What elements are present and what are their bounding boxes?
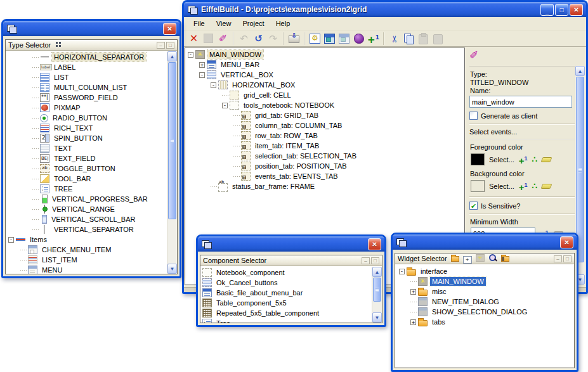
- expand-toggle[interactable]: -: [199, 72, 205, 78]
- tree-row[interactable]: Table_component_5x5: [202, 298, 382, 308]
- magnifier-icon[interactable]: [488, 254, 497, 262]
- tree-row[interactable]: MENU: [7, 265, 177, 274]
- main-title-bar[interactable]: EiffelBuild - D:\projects\examples\visio…: [184, 2, 586, 17]
- select-events-link[interactable]: Select events...: [469, 128, 575, 136]
- type-selector-scrollbar[interactable]: ▲ ▼: [167, 51, 177, 274]
- tree-row[interactable]: SPIN_BUTTON: [7, 133, 177, 143]
- tree-row[interactable]: RICH_TEXT: [7, 123, 177, 133]
- component-selector-caption[interactable]: Component Selector – □: [200, 255, 382, 266]
- tree-row[interactable]: VERTICAL_PROGRESS_BAR: [7, 194, 177, 204]
- tree-row[interactable]: grid_cell: CELL: [186, 90, 464, 100]
- copy-button[interactable]: [402, 32, 416, 46]
- tree-row[interactable]: -tools_notebook: NOTEBOOK: [186, 100, 464, 110]
- background-select-button[interactable]: Select...: [489, 183, 514, 190]
- panel-minimize-button[interactable]: –: [157, 42, 165, 49]
- tree-row[interactable]: MULTI_COLUMN_LIST: [7, 82, 177, 93]
- winblue-button[interactable]: [322, 32, 337, 46]
- tree-row[interactable]: -MAIN_WINDOW: [186, 49, 464, 60]
- tree-row[interactable]: +misc: [396, 286, 574, 297]
- plusone-button[interactable]: +1: [366, 32, 381, 46]
- panel-maximize-button[interactable]: □: [563, 255, 572, 262]
- gearwin-button[interactable]: [308, 32, 322, 46]
- tree-row[interactable]: Repeated_5x5_table_component: [202, 308, 382, 318]
- tree-row[interactable]: row_tab: ROW_TAB: [186, 131, 464, 141]
- tree-row[interactable]: Ok_Cancel_buttons: [202, 278, 382, 288]
- scroll-thumb[interactable]: [373, 278, 381, 302]
- tree-row[interactable]: SHOW_SELECTION_DIALOG: [396, 307, 574, 317]
- maximize-button[interactable]: □: [555, 4, 568, 16]
- panel-minimize-button[interactable]: –: [554, 255, 562, 262]
- tree-row[interactable]: -interface: [396, 266, 574, 276]
- scroll-up-arrow[interactable]: ▲: [575, 66, 585, 76]
- panel-minimize-button[interactable]: –: [362, 257, 370, 264]
- tree-row[interactable]: events_tab: EVENTS_TAB: [186, 171, 464, 181]
- tree-row[interactable]: PASSWORD_FIELD: [7, 93, 177, 103]
- expand-toggle[interactable]: -: [211, 82, 216, 88]
- foreground-color-swatch[interactable]: [471, 153, 485, 165]
- component-scrollbar[interactable]: ▲ ▼: [372, 267, 382, 323]
- tree-row[interactable]: RADIO_BUTTON: [7, 113, 177, 123]
- delete-button[interactable]: ✕: [186, 32, 201, 46]
- expand-toggle[interactable]: -: [188, 52, 193, 58]
- tree-row[interactable]: position_tab: POSITION_TAB: [186, 161, 464, 171]
- export-button[interactable]: [287, 32, 301, 46]
- grid4-icon[interactable]: [55, 41, 63, 48]
- tree-row[interactable]: status_bar_frame: FRAME: [186, 181, 464, 191]
- tree-row[interactable]: Notebook_component: [202, 267, 382, 278]
- expand-toggle[interactable]: -: [8, 237, 14, 243]
- eraser-icon[interactable]: [540, 184, 552, 189]
- tree-row[interactable]: -Items: [7, 234, 177, 245]
- tree-row[interactable]: TEXT: [7, 143, 177, 153]
- tree-row[interactable]: selection_tab: SELECTION_TAB: [186, 151, 464, 161]
- tree-row[interactable]: -HORIZONTAL_BOX: [186, 80, 464, 90]
- minimize-button[interactable]: _: [540, 4, 554, 16]
- tree-row[interactable]: VERTICAL_RANGE: [7, 204, 177, 214]
- refresh-button[interactable]: ↺: [251, 32, 266, 46]
- expand-toggle[interactable]: +: [199, 62, 205, 68]
- tree-row[interactable]: LABEL: [7, 62, 177, 72]
- tree-row[interactable]: TREE: [7, 184, 177, 194]
- tree-row[interactable]: TOOL_BAR: [7, 174, 177, 184]
- expand-toggle[interactable]: +: [410, 319, 416, 325]
- folderout-icon[interactable]: [501, 256, 509, 262]
- name-input[interactable]: [469, 96, 572, 108]
- scroll-down-arrow[interactable]: ▼: [372, 312, 382, 323]
- star-icon[interactable]: [476, 254, 485, 262]
- menu-item-view[interactable]: View: [211, 18, 237, 29]
- panel-maximize-button[interactable]: □: [166, 42, 174, 49]
- tree-row[interactable]: LIST: [7, 72, 177, 82]
- tree-row[interactable]: VERTICAL_SCROLL_BAR: [7, 214, 177, 224]
- plus-one-icon[interactable]: +1: [519, 155, 528, 165]
- type-selector-caption[interactable]: Type Selector – □: [6, 40, 177, 51]
- widget-selector-title-bar[interactable]: ✕: [393, 234, 577, 250]
- share-nodes-icon[interactable]: ∴: [532, 181, 537, 191]
- expand-toggle[interactable]: -: [222, 103, 228, 108]
- is-sensitive-checkbox[interactable]: [469, 202, 478, 210]
- boxplus-icon[interactable]: [463, 256, 472, 264]
- tree-row[interactable]: CHECK_MENU_ITEM: [7, 245, 177, 255]
- tree-row[interactable]: TOGGLE_BUTTON: [7, 164, 177, 174]
- scroll-down-arrow[interactable]: ▼: [167, 264, 177, 274]
- tree-row[interactable]: item_tab: ITEM_TAB: [186, 141, 464, 151]
- widget-selector-caption[interactable]: Widget Selector – □: [395, 253, 574, 264]
- tree-row[interactable]: HORIZONTAL_SEPARATOR: [7, 52, 177, 62]
- menu-item-project[interactable]: Project: [237, 18, 270, 29]
- foreground-select-button[interactable]: Select...: [489, 156, 514, 164]
- tree-row[interactable]: VERTICAL_SEPARATOR: [7, 224, 177, 234]
- close-button[interactable]: ✕: [570, 4, 583, 16]
- tree-row[interactable]: -VERTICAL_BOX: [186, 70, 464, 80]
- tree-row[interactable]: grid_tab: GRID_TAB: [186, 110, 464, 120]
- wrench-button[interactable]: ✐: [216, 32, 230, 46]
- plus-one-icon[interactable]: +1: [519, 181, 528, 191]
- background-color-swatch[interactable]: [471, 180, 485, 192]
- tree-row[interactable]: +tabs: [396, 317, 574, 327]
- tree-row[interactable]: +MENU_BAR: [186, 60, 464, 70]
- close-button[interactable]: ✕: [163, 23, 176, 35]
- tree-row[interactable]: Tree: [202, 318, 382, 323]
- tree-row[interactable]: Basic_file_about_menu_bar: [202, 288, 382, 298]
- tree-row[interactable]: column_tab: COLUMN_TAB: [186, 120, 464, 131]
- folder-icon[interactable]: [451, 256, 459, 262]
- purple-button[interactable]: [351, 32, 366, 46]
- scroll-up-arrow[interactable]: ▲: [372, 267, 382, 277]
- cut-button[interactable]: ✂: [388, 31, 402, 46]
